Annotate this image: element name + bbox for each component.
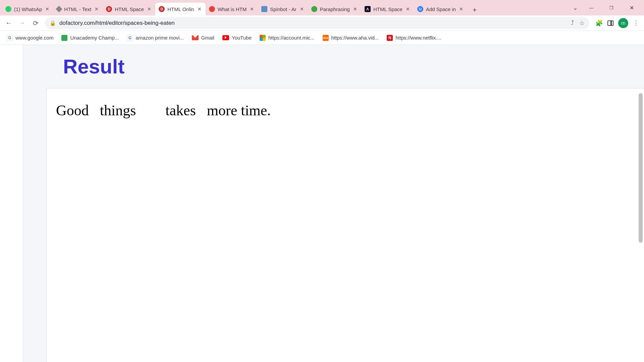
bookmark-microsoft-account[interactable]: https://account.mic... [257,33,317,43]
tab-title: HTML - Text [64,6,91,12]
tab-title: Add Space in [426,6,456,12]
browser-tab-bar: (1) WhatsAp ✕ HTML - Text ✕ D HTML Space… [0,0,644,15]
address-bar[interactable]: 🔒 dofactory.com/html/editor/spaces-being… [45,17,589,29]
whatsapp-icon [5,6,11,12]
bookmark-label: https://account.mic... [268,35,315,41]
kebab-menu-icon[interactable]: ⋮ [633,19,639,27]
extensions-icon[interactable]: 🧩 [595,19,603,27]
editor-left-panel [0,45,23,362]
youtube-icon [222,35,229,40]
result-panel: Result Good things takes more time. [46,45,644,362]
unacademy-icon [61,35,67,41]
tab-title: HTML Space [373,6,402,12]
tab-search-chevron-icon[interactable]: ⌄ [573,4,578,11]
bookmark-amazon-prime[interactable]: amazon prime movi... [124,33,186,43]
scrollbar-thumb[interactable] [639,93,643,243]
bookmark-label: https://www.aha.vid... [331,35,379,41]
result-output-area: Good things takes more time. [46,88,644,362]
tab-title: HTML Space [115,6,144,12]
tab-title: HTML Onlin [167,6,194,12]
close-icon[interactable]: ✕ [94,6,99,12]
bookmark-label: YouTube [232,35,252,41]
close-icon[interactable]: ✕ [249,6,255,12]
diamond-icon [56,6,62,12]
unacademy-icon: U [417,6,423,12]
close-window-button[interactable]: ✕ [625,3,638,13]
browser-toolbar: ← → ⟳ 🔒 dofactory.com/html/editor/spaces… [0,15,644,31]
microsoft-icon [260,35,266,41]
bookmark-google[interactable]: www.google.com [4,33,56,43]
freecodecamp-icon: Λ [365,6,371,12]
maximize-button[interactable]: ❐ [605,3,618,13]
omnibox-actions: ⤴ ☆ [571,19,585,27]
forward-button[interactable]: → [16,17,28,29]
google-icon [127,35,133,41]
result-header: Result [46,45,644,88]
gmail-icon [192,35,199,40]
bookmark-gmail[interactable]: Gmail [189,33,217,42]
tab-html-online-active[interactable]: D HTML Onlin ✕ [155,3,205,15]
tab-title: Spinbot - Ar [270,6,296,12]
tab-unacademy[interactable]: U Add Space in ✕ [414,3,467,15]
side-panel-icon[interactable] [607,20,613,26]
bookmarks-bar: www.google.com Unacademy Champ... amazon… [0,31,644,45]
netflix-icon: N [387,35,393,41]
tab-bar-right: ⌄ — ❐ ✕ [573,3,642,15]
bookmark-label: www.google.com [15,35,53,41]
editor-gutter [23,45,46,362]
bookmark-aha[interactable]: aha https://www.aha.vid... [320,33,382,43]
vertical-scrollbar[interactable] [638,90,643,361]
minimize-button[interactable]: — [585,3,598,13]
tab-paraphrasing[interactable]: Paraphrasing ✕ [308,3,361,15]
output-text: Good things takes more time. [56,102,635,119]
bookmark-star-icon[interactable]: ☆ [579,19,585,27]
tab-title: (1) WhatsAp [14,6,42,12]
toolbar-right-cluster: 🧩 m ⋮ [593,18,641,28]
bookmark-netflix[interactable]: N https://www.netflix.... [384,33,444,43]
close-icon[interactable]: ✕ [197,6,202,12]
page-viewport: Result Good things takes more time. [0,45,644,362]
tab-html-text[interactable]: HTML - Text ✕ [53,3,103,15]
aha-icon: aha [323,35,329,41]
tab-html-space[interactable]: D HTML Space ✕ [103,3,155,15]
close-icon[interactable]: ✕ [299,6,305,12]
tab-what-is-html[interactable]: What is HTM ✕ [206,3,258,15]
bookmark-label: Gmail [201,35,214,41]
bookmark-unacademy[interactable]: Unacademy Champ... [59,33,121,43]
tab-whatsapp[interactable]: (1) WhatsAp ✕ [2,3,53,15]
spinbot-icon [261,6,267,12]
opera-icon [209,6,215,12]
paraphrase-icon [311,6,317,12]
close-icon[interactable]: ✕ [45,6,50,12]
share-icon[interactable]: ⤴ [571,19,574,26]
close-icon[interactable]: ✕ [405,6,411,12]
google-icon [7,35,13,41]
tab-freecodecamp[interactable]: Λ HTML Space ✕ [361,3,414,15]
dofactory-icon: D [106,6,112,12]
new-tab-button[interactable]: + [469,5,480,15]
close-icon[interactable]: ✕ [147,6,152,12]
bookmark-label: https://www.netflix.... [395,35,441,41]
profile-avatar[interactable]: m [618,18,628,28]
result-heading: Result [63,55,644,78]
tab-title: Paraphrasing [320,6,350,12]
bookmark-label: Unacademy Champ... [70,35,119,41]
back-button[interactable]: ← [3,17,15,29]
bookmark-label: amazon prime movi... [136,35,183,41]
tab-title: What is HTM [218,6,247,12]
tab-spinbot[interactable]: Spinbot - Ar ✕ [258,3,308,15]
close-icon[interactable]: ✕ [353,6,358,12]
reload-button[interactable]: ⟳ [30,17,42,29]
bookmark-youtube[interactable]: YouTube [220,33,254,42]
url-text: dofactory.com/html/editor/spaces-being-e… [59,20,175,26]
lock-icon[interactable]: 🔒 [50,20,56,26]
dofactory-icon: D [159,6,165,12]
close-icon[interactable]: ✕ [459,6,464,12]
